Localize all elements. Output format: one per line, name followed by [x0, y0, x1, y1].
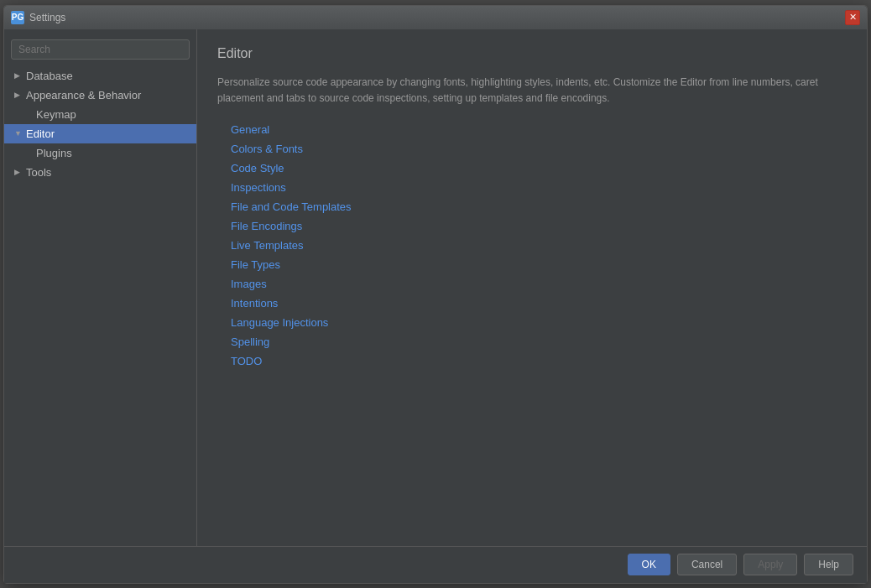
sidebar-item-keymap[interactable]: ▶ Keymap: [4, 105, 196, 124]
close-button[interactable]: ✕: [845, 10, 860, 25]
editor-links-list: General Colors & Fonts Code Style Inspec…: [217, 123, 847, 367]
sidebar-item-appearance[interactable]: ▶ Appearance & Behavior: [4, 86, 196, 105]
help-button[interactable]: Help: [804, 554, 853, 575]
link-colors-fonts[interactable]: Colors & Fonts: [231, 143, 847, 155]
dialog-title: Settings: [29, 12, 65, 23]
ok-button[interactable]: OK: [628, 554, 670, 575]
expand-icon-editor: ▼: [14, 129, 23, 138]
apply-button[interactable]: Apply: [743, 554, 797, 575]
bottom-bar: OK Cancel Apply Help: [4, 546, 867, 583]
search-wrapper: [4, 36, 196, 66]
cancel-button[interactable]: Cancel: [677, 554, 737, 575]
link-intentions[interactable]: Intentions: [231, 297, 847, 310]
link-live-templates[interactable]: Live Templates: [231, 239, 847, 252]
sidebar-item-database[interactable]: ▶ Database: [4, 66, 196, 86]
link-file-types[interactable]: File Types: [231, 258, 847, 271]
section-title: Editor: [217, 46, 847, 61]
link-inspections[interactable]: Inspections: [231, 181, 847, 194]
link-general[interactable]: General: [231, 123, 847, 136]
sidebar-item-tools[interactable]: ▶ Tools: [4, 163, 196, 182]
link-code-style[interactable]: Code Style: [231, 162, 847, 174]
settings-dialog: PG Settings ✕ ▶ Database ▶ Appearance & …: [3, 5, 868, 584]
link-file-encodings[interactable]: File Encodings: [231, 220, 847, 232]
expand-icon-database: ▶: [14, 71, 23, 80]
title-bar: PG Settings ✕: [4, 6, 867, 29]
sidebar-item-editor[interactable]: ▼ Editor: [4, 124, 196, 143]
search-input[interactable]: [11, 39, 190, 60]
link-images[interactable]: Images: [231, 278, 847, 290]
app-icon: PG: [11, 11, 24, 24]
section-description: Personalize source code appearance by ch…: [217, 75, 821, 107]
link-todo[interactable]: TODO: [231, 355, 847, 367]
sidebar-item-plugins[interactable]: ▶ Plugins: [4, 143, 196, 163]
link-file-code-templates[interactable]: File and Code Templates: [231, 200, 847, 213]
expand-icon-appearance: ▶: [14, 91, 23, 99]
content-area: ▶ Database ▶ Appearance & Behavior ▶ Key…: [4, 29, 867, 546]
main-content: Editor Personalize source code appearanc…: [197, 29, 867, 546]
link-language-injections[interactable]: Language Injections: [231, 316, 847, 329]
sidebar: ▶ Database ▶ Appearance & Behavior ▶ Key…: [4, 29, 197, 546]
expand-icon-tools: ▶: [14, 168, 23, 176]
title-bar-left: PG Settings: [11, 11, 65, 24]
link-spelling[interactable]: Spelling: [231, 336, 847, 348]
